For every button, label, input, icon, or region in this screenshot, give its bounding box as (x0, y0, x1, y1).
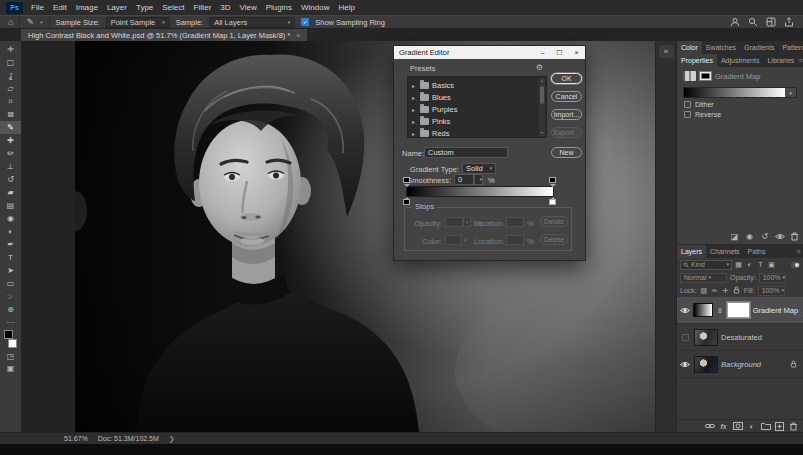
layer-mask-thumbnail[interactable] (727, 302, 750, 318)
expand-arrow-icon[interactable]: ▸ (412, 82, 417, 89)
fill-select[interactable]: 100% ▾ (758, 286, 785, 296)
lock-transparency-icon[interactable]: ▨ (700, 287, 708, 295)
expand-arrow-icon[interactable]: ▸ (412, 130, 417, 137)
visibility-eye-icon[interactable] (679, 361, 691, 368)
new-button[interactable]: New (551, 147, 582, 158)
canvas-area[interactable]: Gradient Editor – ☐ × Presets ⚙ ▸ (22, 41, 655, 432)
tool-dodge[interactable]: ◐ (0, 225, 21, 238)
preset-list[interactable]: ▸ Basics ▸ Blues ▸ (407, 76, 547, 138)
layer-name[interactable]: Gradient Map 1 (753, 306, 801, 315)
menu-item[interactable]: Filter (194, 3, 212, 12)
adjustment-layer-thumbnail[interactable] (693, 303, 713, 317)
home-icon[interactable]: ⌂ (8, 18, 13, 27)
preset-folder-row[interactable]: ▸ Purples (408, 103, 546, 115)
menu-item[interactable]: Window (301, 3, 329, 12)
delete-layer-icon[interactable] (788, 421, 799, 432)
tool-history-brush[interactable]: ↺ (0, 173, 21, 186)
tool-brush[interactable]: ✏ (0, 147, 21, 160)
menu-item[interactable]: Help (338, 3, 354, 12)
tool-blur[interactable]: ◉ (0, 212, 21, 225)
quick-mask-button[interactable]: ◳ (0, 350, 21, 362)
visibility-eye-icon[interactable] (773, 231, 786, 242)
name-input[interactable]: Custom (424, 147, 508, 158)
panel-tab[interactable]: Swatches (702, 41, 740, 54)
menu-item[interactable]: Layer (107, 3, 127, 12)
gradient-map-bar[interactable] (684, 88, 785, 97)
account-icon[interactable] (729, 17, 741, 27)
opacity-stop-end[interactable] (549, 177, 556, 183)
search-icon[interactable] (747, 17, 759, 27)
gradient-type-select[interactable]: Solid ▾ (462, 163, 496, 174)
previous-state-icon[interactable]: ◉ (743, 231, 756, 242)
menu-item[interactable]: View (240, 3, 257, 12)
panel-tab[interactable]: Properties (677, 54, 717, 67)
cancel-button[interactable]: Cancel (551, 91, 582, 102)
zoom-level-field[interactable]: 51.67% (64, 435, 88, 442)
background-color-swatch[interactable] (8, 339, 17, 348)
add-layer-mask-icon[interactable] (732, 421, 743, 432)
status-expand-icon[interactable]: ❯ (169, 435, 175, 443)
layer-row-desaturated[interactable]: Desaturated (677, 324, 803, 351)
dialog-title-bar[interactable]: Gradient Editor – ☐ × (394, 46, 585, 59)
show-sampling-ring-checkbox[interactable]: ✓ (301, 18, 309, 26)
delete-icon[interactable] (788, 231, 801, 242)
preset-folder-row[interactable]: ▸ Reds (408, 127, 546, 138)
chevron-down-icon[interactable]: ▾ (785, 88, 796, 97)
expand-arrow-icon[interactable]: ▸ (412, 118, 417, 125)
tool-move[interactable]: ✛ (0, 43, 21, 56)
sample-size-select[interactable]: Point Sample ▾ (106, 17, 170, 28)
mask-link-icon[interactable]: 8 (716, 307, 723, 314)
filter-type-layers-icon[interactable]: T (756, 261, 765, 268)
gear-icon[interactable]: ⚙ (536, 63, 543, 72)
layer-filter-select[interactable]: Kind ▾ (680, 260, 732, 270)
tool-type[interactable]: T (0, 251, 21, 264)
panel-tab[interactable]: Libraries (763, 54, 798, 67)
layer-name[interactable]: Desaturated (721, 333, 762, 342)
layer-row-gradient-map[interactable]: 8 Gradient Map 1 (677, 297, 803, 324)
menu-item[interactable]: 3D (220, 3, 230, 12)
scrollbar[interactable]: ▴ ▾ (539, 78, 545, 136)
tool-lasso[interactable]: ʆ (0, 69, 21, 82)
layer-thumbnail[interactable] (694, 329, 718, 346)
minimize-icon[interactable]: – (534, 46, 551, 59)
panel-tab[interactable]: Gradients (740, 41, 778, 54)
scrollbar-thumb[interactable] (540, 86, 544, 104)
new-group-icon[interactable] (760, 421, 771, 432)
opacity-stop-start[interactable] (403, 177, 410, 183)
lock-paint-icon[interactable]: ✏ (711, 287, 719, 295)
menu-item[interactable]: Plugins (266, 3, 292, 12)
foreground-color-swatch[interactable] (4, 330, 13, 339)
panel-tab[interactable]: Adjustments (717, 54, 764, 67)
color-swatches[interactable] (4, 330, 17, 348)
preset-folder-row[interactable]: ▸ Basics (408, 79, 546, 91)
filter-adjustment-layers-icon[interactable]: ◐ (745, 261, 754, 268)
maximize-icon[interactable]: ☐ (551, 46, 568, 59)
tool-object-selection[interactable]: ▱ (0, 82, 21, 95)
share-icon[interactable] (783, 17, 795, 27)
opacity-select[interactable]: 100% ▾ (759, 273, 786, 283)
tool-zoom[interactable]: ⊕ (0, 303, 21, 316)
document-tab[interactable]: High Contrast Black and White.psd @ 51.7… (21, 29, 307, 41)
collapse-panels-icon[interactable]: » (659, 45, 674, 58)
tool-path-selection[interactable]: ➤ (0, 264, 21, 277)
visibility-eye-icon[interactable] (679, 307, 690, 314)
panel-tab[interactable]: Paths (744, 245, 770, 258)
panel-tab[interactable]: Layers (677, 245, 706, 258)
tool-shape[interactable]: ▭ (0, 277, 21, 290)
preset-folder-row[interactable]: ▸ Blues (408, 91, 546, 103)
blend-mode-select[interactable]: Normal ▾ (680, 273, 727, 283)
tool-marquee[interactable]: ▢ (0, 56, 21, 69)
ok-button[interactable]: OK (551, 73, 582, 84)
new-adjustment-layer-icon[interactable]: ◐ (746, 421, 757, 432)
filter-shape-layers-icon[interactable]: ▣ (767, 261, 776, 269)
scroll-up-icon[interactable]: ▴ (541, 78, 543, 84)
close-icon[interactable]: × (296, 32, 300, 39)
clip-to-layer-icon[interactable]: ◪ (728, 231, 741, 242)
tool-crop[interactable]: ⌗ (0, 95, 21, 108)
tool-clone-stamp[interactable]: ⊥ (0, 160, 21, 173)
panel-menu-icon[interactable]: ≡ (794, 245, 803, 258)
filter-toggle[interactable] (791, 262, 800, 268)
lock-all-icon[interactable] (733, 286, 741, 295)
expand-arrow-icon[interactable]: ▸ (412, 106, 417, 113)
smoothness-input[interactable]: 0 (454, 174, 474, 185)
